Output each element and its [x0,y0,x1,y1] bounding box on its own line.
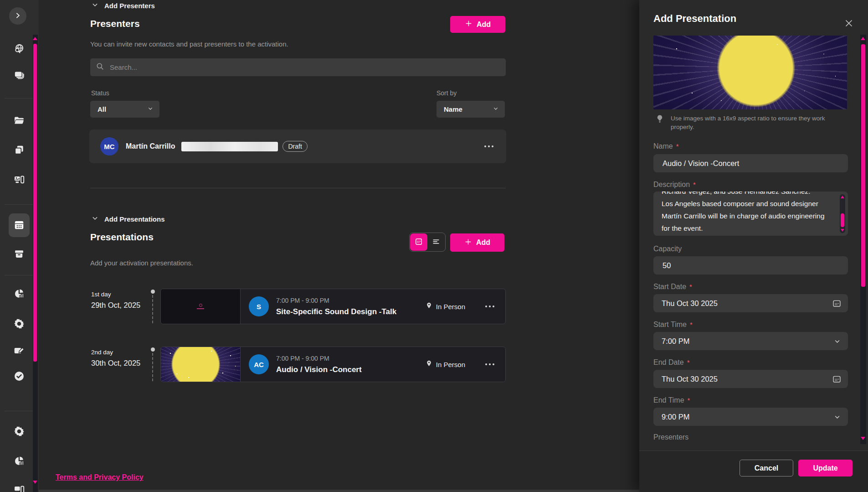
sidebar-scrollbar[interactable] [33,35,38,492]
presentation-row[interactable]: AC 7:00 PM - 9:00 PM Audio / Vision -Con… [160,347,506,382]
more-options-icon[interactable] [485,363,494,365]
list-view-icon [431,237,441,248]
presentation-title: Site-Specific Sound Design -Talk [276,307,396,316]
terms-privacy-link[interactable]: Terms and Privacy Policy [56,473,144,482]
status-select[interactable]: All [90,101,159,118]
presentation-row[interactable]: S 7:00 PM - 9:00 PM Site-Specific Sound … [160,289,506,324]
sidebar-item-library[interactable] [13,145,26,157]
view-toggle-group [409,233,446,252]
sidebar-item-devices-partial[interactable] [13,484,26,492]
end-date-label: End Date* [653,358,690,367]
presentation-image[interactable] [653,36,847,109]
list-view-button[interactable] [427,233,445,251]
chevron-down-icon[interactable] [833,337,842,346]
sidebar-scrollbar-thumb[interactable] [33,44,37,362]
chevron-down-icon [91,214,99,223]
status-label: Status [91,89,109,97]
sidebar-item-archive[interactable] [13,249,26,261]
sidebar-item-settings[interactable] [13,318,26,331]
sidebar-expand-button[interactable] [9,7,26,25]
update-button[interactable]: Update [798,460,853,476]
scroll-down-arrow[interactable] [861,437,865,440]
description-textarea[interactable]: Richard Vergez, and Jose Hernandez Sanch… [653,192,848,236]
presenter-row[interactable]: MC Martín Carrillo Draft [89,129,506,163]
location-tag: In Person [425,302,465,311]
calendar-picker-icon[interactable] [832,299,842,308]
panel-scrollbar-thumb[interactable] [861,44,865,287]
sidebar-divider [5,275,33,275]
presentation-title: Audio / Vision -Concert [276,365,362,374]
add-presenters-collapse[interactable]: Add Presenters [91,1,155,10]
sidebar-item-cards[interactable] [13,70,26,83]
scroll-down-arrow[interactable] [841,229,844,232]
close-icon[interactable] [841,17,853,30]
more-options-icon[interactable] [484,145,493,147]
lightbulb-icon [655,114,665,126]
devices-icon [13,174,25,187]
sidebar-item-calendar-active[interactable] [13,219,26,232]
pie-chart-icon [13,455,25,469]
scroll-up-arrow[interactable] [33,37,37,40]
panel-scrollbar[interactable] [860,35,866,444]
add-presenter-button[interactable]: Add [450,16,505,33]
chevron-down-icon [91,1,99,10]
redacted-email [181,142,278,151]
sidebar-divider [5,411,33,411]
sidebar-divider [5,204,33,205]
capacity-field[interactable] [653,256,848,274]
name-input[interactable] [662,159,842,168]
sidebar-item-settings-secondary[interactable] [13,426,26,439]
location-pin-icon [425,302,433,311]
sort-select[interactable]: Name [437,101,505,118]
chevron-down-icon [492,105,499,114]
timeline-pin [150,347,155,381]
pie-chart-icon [13,288,25,301]
cancel-button[interactable]: Cancel [740,460,793,476]
name-field[interactable] [653,154,848,172]
sidebar-item-analytics-secondary[interactable] [13,456,26,468]
sidebar-item-devices[interactable] [13,174,26,187]
app-root: Add Presenters Presenters Add You can in… [0,0,868,492]
gear-icon [13,425,25,439]
add-presentation-panel: Add Presentation Use images with a 16x9 … [639,0,868,492]
sort-by-label: Sort by [437,89,457,97]
sidebar-item-explore[interactable] [13,43,26,56]
chevron-down-icon[interactable] [833,413,842,421]
panel-presenters-label: Presenters [653,433,688,441]
add-presentation-button[interactable]: Add [450,233,504,252]
location-pin-icon [425,360,433,369]
sidebar-item-files[interactable] [13,115,26,128]
search-input[interactable] [109,63,500,72]
calendar-picker-icon[interactable] [832,374,842,384]
description-scrollbar-thumb[interactable] [841,213,844,227]
presenter-search[interactable] [90,58,506,76]
start-time-field[interactable]: 7:00 PM [653,332,848,350]
venue-logo-icon [197,304,204,309]
copy-pages-icon [13,144,25,158]
start-date-field[interactable]: Thu Oct 30 2025 [653,294,848,312]
sidebar-divider [5,98,33,98]
add-presentations-collapse[interactable]: Add Presentations [91,214,165,223]
presenters-subtitle: You can invite new contacts and past pre… [90,40,288,48]
start-time-label: Start Time* [653,321,693,329]
sidebar-item-notes[interactable] [13,345,26,358]
more-options-icon[interactable] [485,306,494,307]
capacity-input[interactable] [662,261,842,270]
scroll-down-arrow[interactable] [33,481,37,484]
sidebar-item-analytics[interactable] [13,288,26,301]
cards-stack-icon [13,69,25,83]
scroll-up-arrow[interactable] [841,196,844,198]
image-ratio-tip: Use images with a 16x9 aspect ratio to e… [655,114,837,131]
end-time-field[interactable]: 9:00 PM [653,408,848,426]
presentation-thumbnail [161,289,241,324]
plus-icon [465,20,473,29]
sidebar-item-approvals[interactable] [13,371,26,383]
notes-edit-icon [13,345,25,358]
agenda-view-button[interactable] [410,233,427,251]
end-date-field[interactable]: Thu Oct 30 2025 [653,370,848,388]
scroll-up-arrow[interactable] [861,37,865,40]
presentation-time: 7:00 PM - 9:00 PM [276,355,362,362]
description-scrollbar[interactable] [840,194,845,233]
avatar: MC [100,137,118,155]
day-label: 1st day 29th Oct, 2025 [91,291,140,310]
